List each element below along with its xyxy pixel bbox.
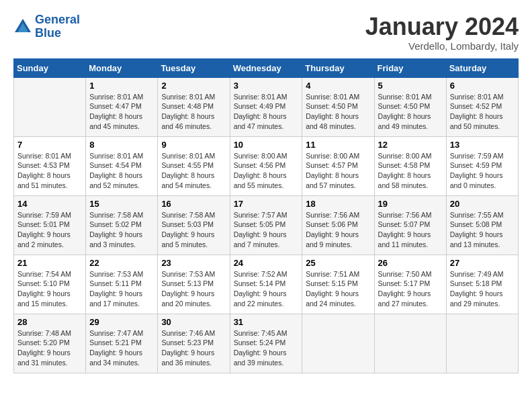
calendar-cell <box>302 314 374 373</box>
day-info: Sunrise: 8:01 AMSunset: 4:48 PMDaylight:… <box>161 92 226 132</box>
calendar-cell: 31Sunrise: 7:45 AMSunset: 5:24 PMDayligh… <box>230 314 302 373</box>
day-number: 31 <box>234 317 299 327</box>
calendar-week-3: 14Sunrise: 7:59 AMSunset: 5:01 PMDayligh… <box>14 195 519 255</box>
day-info: Sunrise: 8:00 AMSunset: 4:57 PMDaylight:… <box>306 151 370 191</box>
day-info: Sunrise: 7:55 AMSunset: 5:08 PMDaylight:… <box>450 210 515 250</box>
col-thursday: Thursday <box>302 58 374 77</box>
day-info: Sunrise: 7:53 AMSunset: 5:13 PMDaylight:… <box>161 269 226 309</box>
day-number: 16 <box>161 199 226 209</box>
day-number: 20 <box>450 199 515 209</box>
day-info: Sunrise: 8:01 AMSunset: 4:52 PMDaylight:… <box>450 92 515 132</box>
calendar-cell: 22Sunrise: 7:53 AMSunset: 5:11 PMDayligh… <box>86 255 158 314</box>
day-info: Sunrise: 7:59 AMSunset: 4:59 PMDaylight:… <box>450 151 515 191</box>
calendar-cell: 7Sunrise: 8:01 AMSunset: 4:53 PMDaylight… <box>14 136 86 195</box>
day-number: 29 <box>89 317 154 327</box>
day-info: Sunrise: 7:51 AMSunset: 5:15 PMDaylight:… <box>306 269 370 309</box>
day-info: Sunrise: 7:59 AMSunset: 5:01 PMDaylight:… <box>17 210 82 250</box>
day-number: 28 <box>17 317 82 327</box>
day-info: Sunrise: 7:46 AMSunset: 5:23 PMDaylight:… <box>161 328 226 368</box>
col-monday: Monday <box>86 58 158 77</box>
day-number: 17 <box>234 199 299 209</box>
calendar-cell: 25Sunrise: 7:51 AMSunset: 5:15 PMDayligh… <box>302 255 374 314</box>
calendar-cell: 14Sunrise: 7:59 AMSunset: 5:01 PMDayligh… <box>14 195 86 255</box>
calendar-cell: 6Sunrise: 8:01 AMSunset: 4:52 PMDaylight… <box>446 77 518 136</box>
calendar-cell: 2Sunrise: 8:01 AMSunset: 4:48 PMDaylight… <box>158 77 230 136</box>
day-info: Sunrise: 8:01 AMSunset: 4:49 PMDaylight:… <box>234 92 299 132</box>
day-info: Sunrise: 7:54 AMSunset: 5:10 PMDaylight:… <box>17 269 82 309</box>
calendar-cell: 28Sunrise: 7:48 AMSunset: 5:20 PMDayligh… <box>14 314 86 373</box>
calendar-cell: 23Sunrise: 7:53 AMSunset: 5:13 PMDayligh… <box>158 255 230 314</box>
day-info: Sunrise: 8:01 AMSunset: 4:50 PMDaylight:… <box>306 92 370 132</box>
day-info: Sunrise: 7:57 AMSunset: 5:05 PMDaylight:… <box>234 210 299 250</box>
calendar-cell: 3Sunrise: 8:01 AMSunset: 4:49 PMDaylight… <box>230 77 302 136</box>
calendar-cell: 26Sunrise: 7:50 AMSunset: 5:17 PMDayligh… <box>374 255 446 314</box>
calendar-week-1: 1Sunrise: 8:01 AMSunset: 4:47 PMDaylight… <box>14 77 519 136</box>
day-info: Sunrise: 7:56 AMSunset: 5:06 PMDaylight:… <box>306 210 370 250</box>
day-info: Sunrise: 7:58 AMSunset: 5:03 PMDaylight:… <box>161 210 226 250</box>
day-number: 30 <box>161 317 226 327</box>
col-sunday: Sunday <box>14 58 86 77</box>
day-number: 27 <box>450 258 515 268</box>
day-number: 1 <box>89 81 154 91</box>
day-number: 15 <box>89 199 154 209</box>
calendar-cell: 4Sunrise: 8:01 AMSunset: 4:50 PMDaylight… <box>302 77 374 136</box>
day-number: 8 <box>89 140 154 150</box>
day-info: Sunrise: 7:53 AMSunset: 5:11 PMDaylight:… <box>89 269 154 309</box>
day-number: 3 <box>234 81 299 91</box>
calendar-header-row: Sunday Monday Tuesday Wednesday Thursday… <box>14 58 519 77</box>
location: Verdello, Lombardy, Italy <box>365 40 519 52</box>
day-number: 12 <box>378 140 443 150</box>
calendar-cell: 24Sunrise: 7:52 AMSunset: 5:14 PMDayligh… <box>230 255 302 314</box>
calendar-cell: 20Sunrise: 7:55 AMSunset: 5:08 PMDayligh… <box>446 195 518 255</box>
calendar-cell: 21Sunrise: 7:54 AMSunset: 5:10 PMDayligh… <box>14 255 86 314</box>
calendar-cell: 13Sunrise: 7:59 AMSunset: 4:59 PMDayligh… <box>446 136 518 195</box>
day-info: Sunrise: 7:58 AMSunset: 5:02 PMDaylight:… <box>89 210 154 250</box>
day-number: 22 <box>89 258 154 268</box>
day-number: 13 <box>450 140 515 150</box>
page-header: General Blue January 2024 Verdello, Lomb… <box>13 13 519 52</box>
day-number: 14 <box>17 199 82 209</box>
calendar-week-2: 7Sunrise: 8:01 AMSunset: 4:53 PMDaylight… <box>14 136 519 195</box>
logo-text: General Blue <box>35 13 80 40</box>
calendar-cell: 5Sunrise: 8:01 AMSunset: 4:50 PMDaylight… <box>374 77 446 136</box>
calendar-cell <box>374 314 446 373</box>
col-saturday: Saturday <box>446 58 518 77</box>
col-tuesday: Tuesday <box>158 58 230 77</box>
day-info: Sunrise: 8:01 AMSunset: 4:47 PMDaylight:… <box>89 92 154 132</box>
day-number: 25 <box>306 258 370 268</box>
day-info: Sunrise: 8:01 AMSunset: 4:50 PMDaylight:… <box>378 92 443 132</box>
calendar-cell: 1Sunrise: 8:01 AMSunset: 4:47 PMDaylight… <box>86 77 158 136</box>
day-number: 4 <box>306 81 370 91</box>
logo: General Blue <box>13 13 80 40</box>
calendar-cell <box>446 314 518 373</box>
day-info: Sunrise: 7:49 AMSunset: 5:18 PMDaylight:… <box>450 269 515 309</box>
calendar-cell: 12Sunrise: 8:00 AMSunset: 4:58 PMDayligh… <box>374 136 446 195</box>
day-number: 7 <box>17 140 82 150</box>
day-number: 26 <box>378 258 443 268</box>
day-number: 24 <box>234 258 299 268</box>
day-number: 18 <box>306 199 370 209</box>
calendar-cell: 16Sunrise: 7:58 AMSunset: 5:03 PMDayligh… <box>158 195 230 255</box>
day-number: 19 <box>378 199 443 209</box>
calendar-cell: 19Sunrise: 7:56 AMSunset: 5:07 PMDayligh… <box>374 195 446 255</box>
day-info: Sunrise: 7:47 AMSunset: 5:21 PMDaylight:… <box>89 328 154 368</box>
calendar-cell: 29Sunrise: 7:47 AMSunset: 5:21 PMDayligh… <box>86 314 158 373</box>
col-friday: Friday <box>374 58 446 77</box>
day-info: Sunrise: 7:45 AMSunset: 5:24 PMDaylight:… <box>234 328 299 368</box>
day-number: 2 <box>161 81 226 91</box>
calendar-table: Sunday Monday Tuesday Wednesday Thursday… <box>13 58 519 373</box>
calendar-week-4: 21Sunrise: 7:54 AMSunset: 5:10 PMDayligh… <box>14 255 519 314</box>
logo-icon <box>13 17 32 36</box>
day-info: Sunrise: 8:01 AMSunset: 4:53 PMDaylight:… <box>17 151 82 191</box>
day-info: Sunrise: 7:56 AMSunset: 5:07 PMDaylight:… <box>378 210 443 250</box>
col-wednesday: Wednesday <box>230 58 302 77</box>
day-number: 5 <box>378 81 443 91</box>
day-number: 6 <box>450 81 515 91</box>
day-info: Sunrise: 8:01 AMSunset: 4:54 PMDaylight:… <box>89 151 154 191</box>
day-number: 10 <box>234 140 299 150</box>
day-info: Sunrise: 7:50 AMSunset: 5:17 PMDaylight:… <box>378 269 443 309</box>
calendar-cell: 8Sunrise: 8:01 AMSunset: 4:54 PMDaylight… <box>86 136 158 195</box>
calendar-cell: 11Sunrise: 8:00 AMSunset: 4:57 PMDayligh… <box>302 136 374 195</box>
calendar-cell: 9Sunrise: 8:01 AMSunset: 4:55 PMDaylight… <box>158 136 230 195</box>
day-info: Sunrise: 7:48 AMSunset: 5:20 PMDaylight:… <box>17 328 82 368</box>
